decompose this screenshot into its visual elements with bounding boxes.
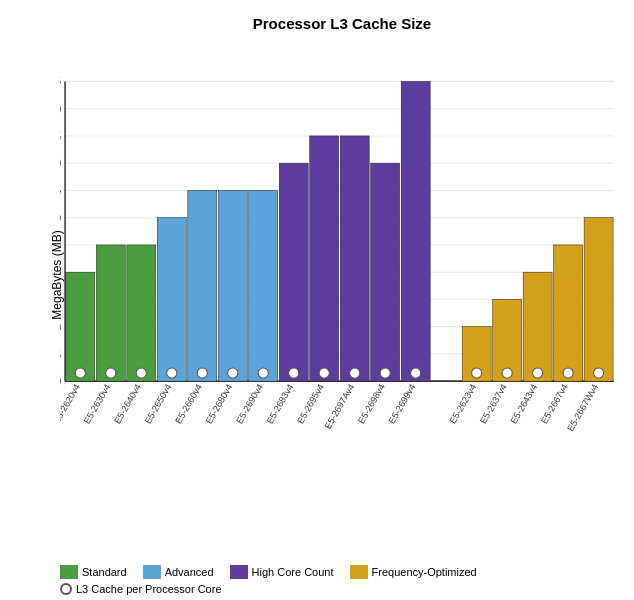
svg-text:10: 10 — [60, 322, 61, 333]
legend-color-standard — [60, 565, 78, 579]
svg-text:E5-2620v4: E5-2620v4 — [60, 382, 82, 425]
svg-rect-44 — [249, 190, 278, 381]
chart-svg: 0510152025303540455055E5-2620v4E5-2630v4… — [60, 42, 624, 507]
svg-text:45: 45 — [60, 131, 61, 142]
chart-title: Processor L3 Cache Size — [60, 15, 624, 32]
svg-point-63 — [472, 368, 482, 378]
svg-point-39 — [197, 368, 207, 378]
svg-text:E5-2660v4: E5-2660v4 — [173, 382, 204, 425]
svg-rect-56 — [371, 163, 400, 381]
svg-text:40: 40 — [60, 158, 61, 169]
svg-text:E5-2690v4: E5-2690v4 — [234, 382, 265, 425]
legend: Standard Advanced High Core Count Freque… — [60, 565, 624, 600]
svg-text:50: 50 — [60, 104, 61, 115]
legend-high-core: High Core Count — [230, 565, 334, 579]
svg-rect-32 — [127, 245, 156, 381]
legend-color-advanced — [143, 565, 161, 579]
svg-rect-68 — [523, 272, 552, 381]
svg-text:E5-2680v4: E5-2680v4 — [204, 382, 235, 425]
svg-text:5: 5 — [60, 349, 61, 360]
svg-point-75 — [594, 368, 604, 378]
svg-point-27 — [75, 368, 85, 378]
svg-rect-26 — [66, 272, 95, 381]
chart-container: Processor L3 Cache Size MegaBytes (MB) 0… — [0, 0, 634, 600]
svg-text:E5-2667v4: E5-2667v4 — [539, 382, 570, 425]
svg-text:35: 35 — [60, 185, 61, 196]
svg-text:E5-2698v4: E5-2698v4 — [356, 382, 387, 425]
legend-color-high-core — [230, 565, 248, 579]
legend-standard: Standard — [60, 565, 127, 579]
svg-rect-35 — [157, 218, 186, 382]
legend-circle-label: L3 Cache per Processor Core — [76, 583, 222, 595]
chart-area: MegaBytes (MB) 0510152025303540455055E5-… — [60, 42, 624, 507]
svg-point-30 — [106, 368, 116, 378]
legend-circle-icon — [60, 583, 72, 595]
svg-text:E5-2640v4: E5-2640v4 — [112, 382, 143, 425]
svg-rect-38 — [188, 190, 217, 381]
svg-rect-50 — [310, 136, 339, 381]
svg-text:E5-2699v4: E5-2699v4 — [387, 382, 418, 425]
legend-freq-opt: Frequency-Optimized — [350, 565, 477, 579]
svg-rect-41 — [218, 190, 247, 381]
svg-text:30: 30 — [60, 213, 61, 224]
legend-label-standard: Standard — [82, 566, 127, 578]
svg-point-33 — [136, 368, 146, 378]
svg-text:E5-2650v4: E5-2650v4 — [143, 382, 174, 425]
svg-rect-71 — [554, 245, 583, 381]
svg-text:E5-2643v4: E5-2643v4 — [509, 382, 540, 425]
svg-text:E5-2697Av4: E5-2697Av4 — [323, 382, 357, 430]
legend-circle-item: L3 Cache per Processor Core — [60, 583, 624, 595]
svg-text:0: 0 — [60, 376, 61, 387]
legend-label-high-core: High Core Count — [252, 566, 334, 578]
legend-color-freq-opt — [350, 565, 368, 579]
legend-label-freq-opt: Frequency-Optimized — [372, 566, 477, 578]
svg-text:E5-2637v4: E5-2637v4 — [478, 382, 509, 425]
svg-rect-59 — [401, 81, 430, 381]
svg-text:E5-2695v4: E5-2695v4 — [295, 382, 326, 425]
svg-rect-47 — [279, 163, 308, 381]
svg-point-48 — [289, 368, 299, 378]
svg-text:E5-2667Wv4: E5-2667Wv4 — [565, 382, 600, 433]
svg-point-36 — [167, 368, 177, 378]
svg-text:E5-2683v4: E5-2683v4 — [265, 382, 296, 425]
svg-point-45 — [258, 368, 268, 378]
legend-label-advanced: Advanced — [165, 566, 214, 578]
svg-point-54 — [350, 368, 360, 378]
svg-text:E5-2623v4: E5-2623v4 — [448, 382, 479, 425]
svg-point-72 — [563, 368, 573, 378]
svg-point-66 — [502, 368, 512, 378]
svg-point-69 — [533, 368, 543, 378]
legend-advanced: Advanced — [143, 565, 214, 579]
svg-rect-29 — [96, 245, 125, 381]
y-axis-label: MegaBytes (MB) — [50, 230, 64, 319]
svg-point-57 — [380, 368, 390, 378]
svg-text:E5-2630v4: E5-2630v4 — [82, 382, 113, 425]
svg-rect-74 — [584, 218, 613, 382]
svg-point-51 — [319, 368, 329, 378]
svg-rect-53 — [340, 136, 369, 381]
svg-text:55: 55 — [60, 76, 61, 87]
svg-point-60 — [411, 368, 421, 378]
svg-point-42 — [228, 368, 238, 378]
